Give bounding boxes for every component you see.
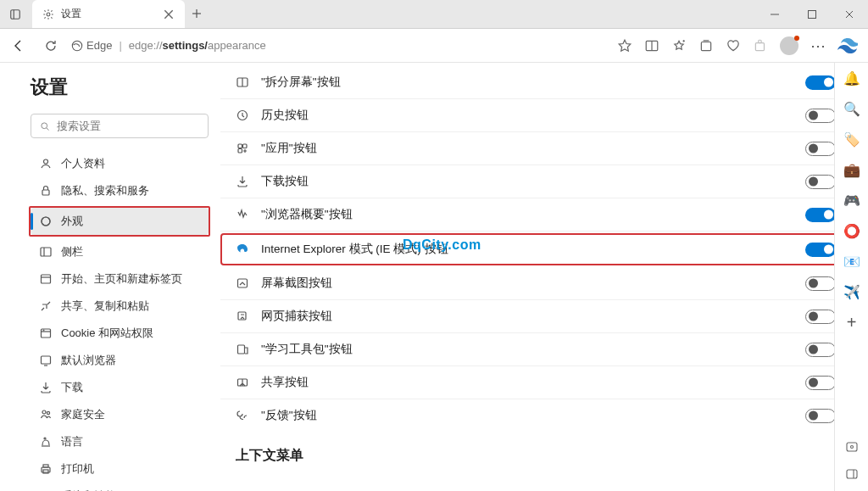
svg-rect-47 <box>238 149 242 153</box>
svg-rect-52 <box>847 443 857 451</box>
svg-point-2 <box>47 13 50 16</box>
row-label: 历史按钮 <box>261 108 793 123</box>
row-label: "拆分屏幕"按钮 <box>261 75 793 90</box>
sidebar-item[interactable]: 下载 <box>31 374 209 401</box>
sidebar-item[interactable]: 语言 <box>31 428 209 455</box>
svg-rect-54 <box>847 470 857 478</box>
sidebar-item[interactable]: 开始、主页和新建标签页 <box>31 265 209 293</box>
add-sidebar-icon[interactable]: + <box>843 314 860 331</box>
svg-rect-16 <box>701 42 710 50</box>
toggle-switch[interactable] <box>805 409 836 423</box>
row-icon <box>236 109 249 122</box>
svg-rect-46 <box>243 144 248 148</box>
sidebar-item[interactable]: 共享、复制和粘贴 <box>31 293 209 320</box>
toggle-switch[interactable] <box>805 175 836 189</box>
sidebar-collapse-icon[interactable] <box>843 466 860 483</box>
new-tab-button[interactable] <box>192 7 202 22</box>
copilot-icon[interactable] <box>837 36 858 56</box>
svg-rect-50 <box>238 345 245 354</box>
sidebar-item[interactable]: 侧栏 <box>31 238 209 265</box>
svg-point-53 <box>850 446 853 449</box>
favorite-icon[interactable] <box>617 38 632 53</box>
nav-icon <box>39 299 53 313</box>
nav-icon <box>39 326 53 340</box>
window-titlebar: 设置 <box>0 0 868 29</box>
minimize-button[interactable] <box>756 0 793 29</box>
row-icon <box>236 310 249 323</box>
nav-icon <box>39 245 53 259</box>
sidebar-item[interactable]: 家庭安全 <box>31 401 209 428</box>
svg-point-11 <box>72 41 81 50</box>
split-screen-icon[interactable] <box>644 38 659 53</box>
settings-toggle-row: "反馈"按钮 <box>220 399 851 432</box>
page-title: 设置 <box>31 75 209 100</box>
row-label: "浏览器概要"按钮 <box>261 207 793 222</box>
sidebar-item[interactable]: Cookie 和网站权限 <box>31 320 209 347</box>
more-icon[interactable]: ⋯ <box>810 38 826 53</box>
close-icon[interactable] <box>163 8 175 20</box>
nav-icon <box>39 462 53 476</box>
send-icon[interactable]: ✈️ <box>843 283 860 300</box>
row-icon <box>236 343 249 356</box>
tab-actions-icon[interactable] <box>5 0 25 29</box>
row-icon <box>236 75 249 89</box>
svg-point-33 <box>42 410 46 414</box>
svg-rect-25 <box>41 248 51 256</box>
nav-icon <box>39 381 53 394</box>
ring-icon[interactable]: ⭕ <box>843 222 860 239</box>
toggle-switch[interactable] <box>805 109 836 123</box>
sidebar-item[interactable]: 默认浏览器 <box>31 347 209 374</box>
settings-toggle-row: "应用"按钮 <box>220 132 851 165</box>
toggle-switch[interactable] <box>805 310 836 324</box>
svg-rect-29 <box>42 329 51 338</box>
row-label: "学习工具包"按钮 <box>261 342 793 357</box>
url-display[interactable]: Edge | edge://settings/appearance <box>71 39 609 52</box>
toggle-switch[interactable] <box>805 208 836 222</box>
search-field[interactable] <box>57 120 199 132</box>
close-window-button[interactable] <box>831 0 868 29</box>
gear-icon <box>42 8 54 20</box>
sidebar-item[interactable]: 打印机 <box>31 455 209 483</box>
refresh-button[interactable] <box>39 34 63 58</box>
toggle-switch[interactable] <box>805 142 836 156</box>
extension-icon[interactable] <box>753 38 768 53</box>
tag-icon[interactable]: 🏷️ <box>843 131 860 148</box>
row-icon <box>236 208 249 221</box>
svg-point-20 <box>42 122 47 128</box>
sidebar-item[interactable]: 个人资料 <box>31 150 209 177</box>
collections-icon[interactable] <box>698 38 714 53</box>
bell-icon[interactable]: 🔔 <box>843 70 860 86</box>
heart-icon[interactable] <box>726 38 741 53</box>
sidebar-item[interactable]: 外观 <box>31 208 209 235</box>
edge-sidebar: 🔔 🔍 🏷️ 💼 🎮 ⭕ 📧 ✈️ + <box>834 63 868 491</box>
nav-icon <box>39 157 53 170</box>
sidebar-settings-icon[interactable] <box>843 438 860 455</box>
nav-icon <box>39 435 53 449</box>
browser-tab[interactable]: 设置 <box>32 0 185 28</box>
search-input[interactable] <box>31 114 209 138</box>
outlook-icon[interactable]: 📧 <box>843 253 860 270</box>
ie-icon <box>236 243 249 256</box>
game-icon[interactable]: 🎮 <box>843 192 860 209</box>
toggle-switch[interactable] <box>805 376 836 390</box>
address-bar: Edge | edge://settings/appearance ⋯ <box>0 29 868 63</box>
toggle-switch[interactable] <box>805 343 836 357</box>
toggle-switch[interactable] <box>805 243 836 257</box>
maximize-button[interactable] <box>793 0 831 29</box>
sidebar-item-label: 语言 <box>61 434 83 449</box>
row-label: 下载按钮 <box>261 174 793 189</box>
nav-icon <box>39 408 53 421</box>
back-button[interactable] <box>7 34 31 58</box>
search-sidebar-icon[interactable]: 🔍 <box>843 100 860 117</box>
briefcase-icon[interactable]: 💼 <box>843 161 860 178</box>
sidebar-item[interactable]: 系统和性能 <box>31 483 209 491</box>
profile-avatar[interactable] <box>780 36 798 55</box>
sidebar-item[interactable]: 隐私、搜索和服务 <box>31 177 209 204</box>
settings-toggle-row: Internet Explorer 模式 (IE 模式) 按钮 <box>220 233 851 265</box>
settings-toggle-row: "拆分屏幕"按钮 <box>220 66 851 99</box>
toggle-switch[interactable] <box>805 75 836 90</box>
row-label: "反馈"按钮 <box>261 408 793 423</box>
svg-rect-19 <box>759 40 761 42</box>
favorites-bar-icon[interactable] <box>671 38 687 53</box>
toggle-switch[interactable] <box>805 276 836 291</box>
